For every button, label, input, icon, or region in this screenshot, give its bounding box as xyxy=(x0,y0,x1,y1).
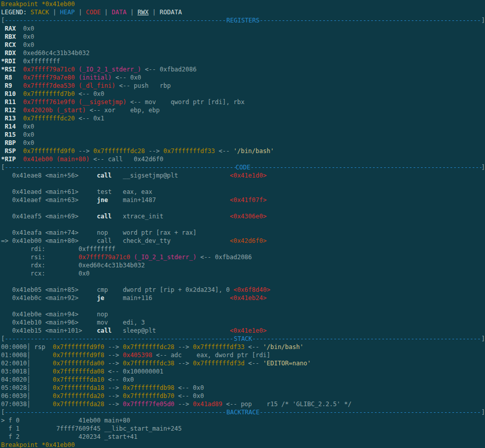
text-segment: 0x7ffff761e9f0 xyxy=(23,98,75,106)
text-segment: 0x41eae8 <main+56> xyxy=(1,172,97,179)
text-segment: <-- call 0x42d6f0 xyxy=(89,156,163,163)
text-segment: --> xyxy=(145,147,163,155)
text-segment: RBP xyxy=(1,139,23,146)
text-segment: --> xyxy=(104,392,123,400)
text-segment: f 2 420234 _start+41 xyxy=(1,433,137,440)
register-row-r14: R14 0x0 xyxy=(1,122,485,131)
text-segment: <0x41e1d0> xyxy=(230,172,266,179)
disasm-blank xyxy=(1,302,485,310)
text-segment: 0x41eb0c <main+92> xyxy=(1,294,97,302)
separator-bracket: [ xyxy=(1,335,5,343)
text-segment: 0x405398 xyxy=(123,352,152,359)
text-segment: __sigsetjmp@plt xyxy=(112,172,230,179)
text-segment: 0x7fffffffdb98 xyxy=(123,384,174,391)
text-segment: '/bin/bash' xyxy=(263,343,303,351)
separator-label: STACK xyxy=(234,335,252,343)
separator-dashes: ----------------------------------------… xyxy=(5,335,234,343)
separator-bracket: ] xyxy=(481,408,485,416)
text-segment: 0x42020b xyxy=(23,107,53,114)
text-segment: --> xyxy=(104,384,123,391)
text-segment: (main+80) xyxy=(56,156,89,163)
text-segment: 0x7fffffffda10 xyxy=(53,376,104,383)
text-segment: 04:0020│ xyxy=(1,376,53,383)
text-segment xyxy=(75,98,79,106)
separator-dashes: ----------------------------------------… xyxy=(260,408,481,416)
text-segment: <-- adc eax, dword ptr [rdi] xyxy=(152,352,270,359)
text-segment: <-- 0x1 xyxy=(75,115,105,122)
text-segment: 0x0 xyxy=(23,25,34,32)
text-segment: <0x6f8d40> xyxy=(233,286,270,293)
text-segment: HEAP xyxy=(60,9,75,16)
text-segment: main+1487 xyxy=(108,196,230,204)
disasm-row: 0x41eafa <main+74> nop word ptr [rax + r… xyxy=(1,229,485,237)
text-segment: <-- 0x0 xyxy=(175,392,204,400)
text-segment: 0x7fffffffd9f8 xyxy=(53,352,104,359)
text-segment: <0x42d6f0> xyxy=(230,237,266,244)
text-segment xyxy=(75,74,79,81)
text-segment: --> xyxy=(175,343,193,351)
text-segment: 0x7fffffffda20 xyxy=(53,392,104,400)
text-segment: RCX xyxy=(1,41,23,48)
text-segment: 0x41eaef <main+63> xyxy=(1,196,97,204)
text-segment: 0x7ffff79a7e80 xyxy=(23,74,75,81)
text-segment: 02:0010│ xyxy=(1,360,53,367)
terminal[interactable]: Breakpoint *0x41eb00LEGEND: STACK | HEAP… xyxy=(0,0,485,448)
text-segment: <0x4306e0> xyxy=(230,213,266,220)
text-segment: <-- pop r15 /* 'GLIBC_2.2.5' */ xyxy=(223,401,352,408)
text-segment: jne xyxy=(97,196,108,204)
stack-row: 03:0018│ 0x7fffffffda08 <-- 0x100000001 xyxy=(1,367,485,376)
text-segment: call xyxy=(97,327,112,334)
text-segment: 0x7fffffffda28 xyxy=(53,401,104,408)
text-segment: --> xyxy=(175,401,193,408)
breakpoint-line-top: Breakpoint *0x41eb00 xyxy=(1,0,485,8)
register-row-rdx: RDX 0xed60c4c31b34b032 xyxy=(1,49,485,57)
disasm-arg-row: rsi: 0x7ffff79a71c0 (_IO_2_1_stderr_) <-… xyxy=(1,253,485,261)
text-segment: rdi: 0xffffffff xyxy=(1,245,115,253)
text-segment: 0x0 xyxy=(23,139,34,146)
text-segment: call xyxy=(97,213,112,220)
text-segment: <-- 0x0 xyxy=(104,376,134,383)
text-segment: Breakpoint *0x41eb00 xyxy=(1,441,75,448)
text-segment: Breakpoint *0x41eb00 xyxy=(1,1,75,8)
separator-bracket: ] xyxy=(481,163,485,171)
text-segment: '/bin/bash' xyxy=(233,147,274,155)
text-segment: | xyxy=(75,9,86,16)
text-segment: 'EDITOR=nano' xyxy=(263,360,311,367)
text-segment: 0x7fffffffdf33 xyxy=(163,147,215,155)
stack-row: 02:0010│ 0x7fffffffda00 --> 0x7fffffffdc… xyxy=(1,359,485,367)
register-row-rip: *RIP 0x41eb00 (main+80) <-- call 0x42d6f… xyxy=(1,155,485,163)
text-segment xyxy=(75,66,79,73)
text-segment: *RDI xyxy=(1,58,23,65)
disasm-row: 0x41eb0e <main+94> nop xyxy=(1,310,485,318)
text-segment: 0x7fffffffd7b0 xyxy=(23,90,75,97)
text-segment: 0x0 xyxy=(23,33,34,40)
text-segment: 0x7fffffffda18 xyxy=(53,384,104,391)
text-segment: | xyxy=(127,9,138,16)
separator-label: BACKTRACE xyxy=(226,408,259,416)
text-segment: (_dl_fini) xyxy=(79,82,115,89)
text-segment: 03:0018│ xyxy=(1,368,53,375)
disasm-row: 0x41eaef <main+63> jne main+1487 <0x41f0… xyxy=(1,196,485,204)
text-segment: RSP xyxy=(1,147,23,155)
text-segment: CODE xyxy=(86,9,101,16)
register-row-r15: R15 0x0 xyxy=(1,131,485,139)
text-segment: (initial) xyxy=(79,74,112,81)
text-segment: R13 xyxy=(1,115,23,122)
text-segment: 0x7fffffffdc28 xyxy=(93,147,145,155)
text-segment: 0x7fffffffdc28 xyxy=(123,343,174,351)
text-segment: xtrace_init xyxy=(112,213,230,220)
text-segment: --> xyxy=(75,147,93,155)
register-row-rbx: RBX 0x0 xyxy=(1,33,485,41)
register-row-rdi: *RDI 0xffffffff xyxy=(1,57,485,65)
stack-row: 04:0020│ 0x7fffffffda10 <-- 0x0 xyxy=(1,376,485,384)
text-segment: 07:0038│ xyxy=(1,401,53,408)
register-row-r9: R9 0x7ffff7dea530 (_dl_fini) <-- push rb… xyxy=(1,82,485,90)
text-segment: R9 xyxy=(1,82,23,89)
code-separator: [---------------------------------------… xyxy=(1,163,485,171)
text-segment: LEGEND: xyxy=(1,9,31,16)
stack-row: 00:0000│ rsp 0x7fffffffd9f0 --> 0x7fffff… xyxy=(1,343,485,351)
text-segment: *RSI xyxy=(1,66,23,73)
disasm-row: 0x41eae8 <main+56> call __sigsetjmp@plt … xyxy=(1,171,485,180)
backtrace-row: f 2 420234 _start+41 xyxy=(1,433,485,441)
separator-dashes: ----------------------------------------… xyxy=(250,163,481,171)
